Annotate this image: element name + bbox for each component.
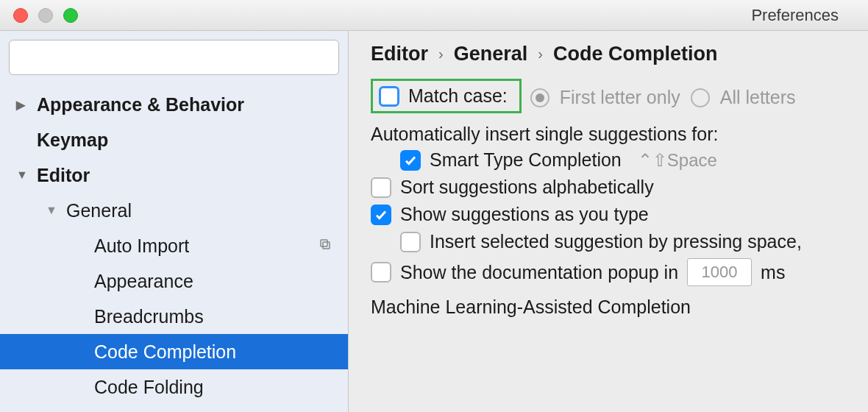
copy-icon — [319, 238, 332, 255]
show-as-type-row: Show suggestions as you type — [371, 204, 868, 225]
svg-rect-2 — [323, 242, 330, 249]
insert-space-label: Insert selected suggestion by pressing s… — [430, 231, 802, 252]
tree-label: General — [66, 200, 132, 221]
doc-popup-checkbox[interactable] — [371, 262, 391, 283]
close-window-button[interactable] — [13, 8, 28, 23]
tree-label: Keymap — [37, 129, 108, 151]
sidebar: ▾ ▶ Appearance & Behavior ▶ Keymap ▼ Edi… — [0, 31, 349, 412]
breadcrumb-part: Code Completion — [553, 43, 718, 65]
smart-type-row: Smart Type Completion ⌃⇧Space — [400, 149, 868, 171]
smart-type-shortcut: ⌃⇧Space — [638, 150, 717, 171]
ms-label: ms — [761, 262, 785, 283]
ml-section-label: Machine Learning-Assisted Completion — [371, 296, 868, 318]
breadcrumb-part: Editor — [371, 43, 428, 65]
smart-type-label: Smart Type Completion — [430, 149, 622, 171]
tree-item-appearance[interactable]: Appearance — [0, 263, 348, 299]
tree-item-auto-import[interactable]: Auto Import — [0, 228, 348, 263]
traffic-lights — [0, 8, 78, 23]
tree-item-code-folding[interactable]: Code Folding — [0, 369, 348, 405]
chevron-down-icon: ▼ — [16, 168, 29, 182]
match-case-options: First letter only All letters — [530, 87, 796, 108]
tree-label: Code Completion — [94, 341, 236, 363]
breadcrumb-part: General — [454, 43, 528, 65]
sort-alpha-label: Sort suggestions alphabetically — [400, 177, 654, 198]
search-container: ▾ — [0, 31, 348, 81]
insert-space-row: Insert selected suggestion by pressing s… — [400, 231, 868, 252]
sort-alpha-checkbox[interactable] — [371, 177, 391, 198]
settings-tree: ▶ Appearance & Behavior ▶ Keymap ▼ Edito… — [0, 81, 348, 412]
doc-popup-label: Show the documentation popup in — [400, 262, 678, 283]
tree-label: Breadcrumbs — [94, 306, 204, 327]
first-letter-label: First letter only — [560, 87, 680, 108]
tree-label: Code Folding — [94, 377, 204, 398]
match-case-checkbox[interactable] — [379, 86, 399, 107]
tree-item-general[interactable]: ▼ General — [0, 193, 348, 228]
tree-label: Appearance & Behavior — [37, 94, 244, 116]
chevron-right-icon: ▶ — [16, 98, 29, 112]
all-letters-radio[interactable] — [691, 88, 710, 107]
highlighted-setting: Match case: — [371, 79, 522, 113]
tree-label: Auto Import — [94, 235, 189, 257]
main-panel: Editor › General › Code Completion Match… — [349, 31, 868, 412]
search-input[interactable] — [9, 40, 339, 75]
smart-type-checkbox[interactable] — [400, 150, 421, 171]
window-title: Preferences — [751, 6, 839, 25]
doc-popup-delay-input[interactable] — [687, 258, 752, 286]
tree-label: Appearance — [94, 271, 193, 292]
sort-alpha-row: Sort suggestions alphabetically — [371, 177, 868, 198]
minimize-window-button[interactable] — [38, 8, 53, 23]
chevron-right-icon: › — [438, 46, 444, 63]
tree-item-keymap[interactable]: ▶ Keymap — [0, 122, 348, 157]
auto-insert-section-label: Automatically insert single suggestions … — [371, 124, 868, 145]
insert-space-checkbox[interactable] — [400, 232, 421, 252]
match-case-label: Match case: — [408, 85, 508, 107]
tree-item-appearance-behavior[interactable]: ▶ Appearance & Behavior — [0, 87, 348, 122]
first-letter-radio[interactable] — [530, 88, 549, 107]
chevron-right-icon: › — [538, 46, 543, 63]
svg-rect-3 — [321, 240, 327, 246]
doc-popup-row: Show the documentation popup in ms — [371, 258, 868, 286]
titlebar: Preferences — [0, 0, 868, 31]
tree-item-editor[interactable]: ▼ Editor — [0, 157, 348, 193]
tree-label: Editor — [37, 165, 90, 186]
show-as-type-checkbox[interactable] — [371, 205, 391, 225]
zoom-window-button[interactable] — [63, 8, 78, 23]
chevron-down-icon: ▼ — [46, 204, 59, 217]
all-letters-label: All letters — [720, 87, 796, 108]
tree-item-breadcrumbs[interactable]: Breadcrumbs — [0, 299, 348, 334]
tree-item-code-completion[interactable]: Code Completion — [0, 334, 348, 369]
show-as-type-label: Show suggestions as you type — [400, 204, 649, 225]
breadcrumb: Editor › General › Code Completion — [371, 43, 868, 65]
content-area: ▾ ▶ Appearance & Behavior ▶ Keymap ▼ Edi… — [0, 31, 868, 412]
